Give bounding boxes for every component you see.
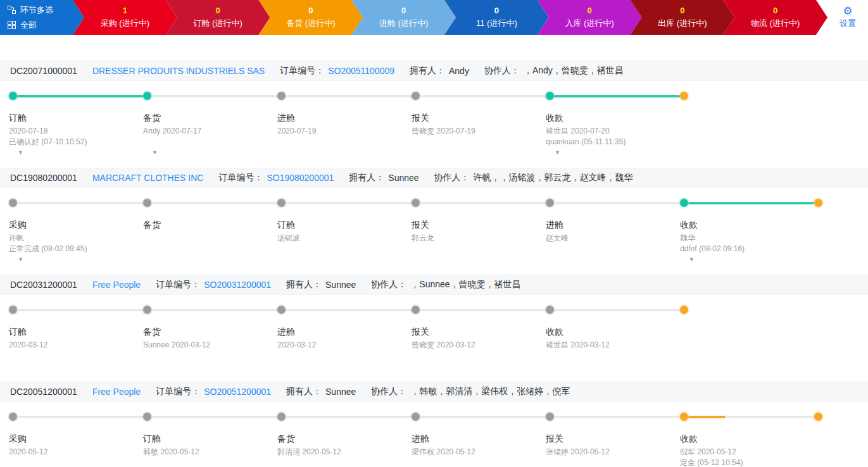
timeline-line [554, 309, 680, 311]
all-grid-icon [8, 21, 16, 29]
timeline-line [151, 416, 277, 418]
expand-toggle-icon[interactable]: ▼ [18, 150, 143, 156]
timeline-line [151, 309, 277, 311]
stage-detail: 梁伟权 2020-05-12 [412, 447, 546, 458]
stage-detail: 郭云龙 [412, 233, 546, 244]
order-header: DC19080200001MARCRAFT CLOTHES INC订单编号：SO… [0, 168, 868, 188]
timeline-dot [9, 92, 17, 100]
expand-toggle-icon[interactable]: ▼ [689, 257, 814, 263]
stage-label: 物流 (进行中) [751, 18, 800, 29]
owner-label: 拥有人： [410, 65, 445, 77]
company-link[interactable]: DRESSER PRODUITS INDUSTRIELS SAS [92, 66, 265, 76]
owner-group: 拥有人：Andy [410, 65, 469, 77]
stage-detail: 许帆 [9, 233, 143, 244]
stage-detail: 已确认好 (07-10 10:52) [9, 137, 143, 147]
timeline-line [554, 416, 680, 418]
stage-detail: 倪军 2020-05-12 [680, 447, 814, 458]
expand-toggle-icon[interactable]: ▼ [152, 150, 277, 156]
stage-detail: 2020-05-12 [9, 447, 143, 458]
order-no-link[interactable]: SO20031200001 [204, 280, 271, 290]
order-row: DC20071000001DRESSER PRODUITS INDUSTRIEL… [0, 61, 868, 168]
order-no-link[interactable]: SO20051200001 [204, 387, 271, 397]
stage-segment-7[interactable]: 0物流 (进行中) [723, 0, 827, 35]
collaborators-value: ，Andy，曾晓雯，褚世昌 [524, 65, 624, 77]
stage-all-label: 全部 [20, 20, 37, 31]
timeline-line [151, 95, 277, 97]
order-list: DC20071000001DRESSER PRODUITS INDUSTRIEL… [0, 61, 868, 467]
order-timeline: 采购2020-05-12订舱韩敏 2020-05-12备货郭清清 2020-05… [0, 402, 868, 467]
timeline-line [420, 202, 546, 204]
timeline-line [17, 416, 143, 418]
collaborators-label: 协作人： [371, 386, 406, 397]
stage-detail: 褚世昌 2020-03-12 [546, 340, 680, 351]
stage-detail: 正常完成 (08-02 09:45) [9, 244, 143, 254]
stage-name: 备货 [143, 220, 277, 231]
stage-count: 0 [588, 6, 592, 15]
company-link[interactable]: Free People [92, 280, 141, 290]
order-no-link[interactable]: SO20051100009 [328, 66, 394, 76]
stage-name: 订舱 [277, 220, 412, 231]
stage-detail: 定金 (05-12 10:54) [680, 458, 814, 467]
owner-label: 拥有人： [286, 386, 322, 397]
stage-segment-5[interactable]: 0入库 (进行中) [538, 0, 642, 35]
company-link[interactable]: Free People [92, 387, 141, 397]
stage-name: 订舱 [143, 433, 277, 445]
settings-button[interactable]: ⚙ 设置 [827, 0, 868, 35]
timeline-dot [9, 306, 17, 314]
order-no-group: 订单编号：SO20031200001 [156, 279, 271, 290]
stage-topbar: 环节多选 全部 1采购 (进行中)0订舱 (进行中)0备货 (进行中)0进舱 (… [0, 0, 868, 35]
expand-toggle-icon[interactable]: ▼ [18, 257, 143, 263]
stage-name: 收款 [546, 327, 680, 338]
stage-name: 备货 [277, 433, 412, 445]
stage-name: 进舱 [277, 113, 412, 124]
stage-segment-0[interactable]: 1采购 (进行中) [73, 0, 177, 35]
order-no-label: 订单编号： [280, 65, 324, 77]
stage-segment-2[interactable]: 0备货 (进行中) [259, 0, 363, 35]
timeline-dot [277, 92, 286, 100]
timeline-dot [143, 199, 151, 207]
timeline-dot [412, 306, 420, 314]
stage-name: 收款 [680, 433, 814, 445]
stage-detail: 曾晓雯 2020-03-12 [412, 340, 546, 351]
stage-count: 0 [216, 6, 220, 15]
timeline-dot [277, 306, 286, 314]
order-id: DC19080200001 [10, 173, 77, 183]
stage-name: 收款 [680, 220, 814, 231]
order-header: DC20051200001Free People订单编号：SO200512000… [0, 382, 868, 402]
timeline-end-dot [814, 199, 822, 207]
stage-multiselect[interactable]: 环节多选 [8, 4, 84, 16]
collaborators-label: 协作人： [434, 172, 470, 184]
stage-name: 报关 [412, 113, 546, 124]
timeline-node: 报关曾晓雯 2020-07-19 [412, 92, 546, 137]
stage-label: 订舱 (进行中) [193, 18, 242, 29]
stage-detail: 2020-07-18 [9, 126, 143, 137]
owner-label: 拥有人： [286, 279, 322, 290]
company-link[interactable]: MARCRAFT CLOTHES INC [92, 173, 204, 183]
timeline-dot [412, 92, 420, 100]
timeline-dot [680, 199, 688, 207]
timeline-line [286, 95, 412, 97]
order-timeline: 订舱2020-03-12备货Sunnee 2020-03-12进舱2020-03… [0, 295, 868, 382]
stage-all[interactable]: 全部 [8, 20, 84, 31]
stage-count: 0 [401, 6, 406, 15]
stage-segment-1[interactable]: 0订舱 (进行中) [166, 0, 270, 35]
expand-toggle-icon[interactable]: ▼ [555, 150, 680, 156]
order-no-link[interactable]: SO19080200001 [267, 173, 334, 183]
timeline-line [420, 309, 546, 311]
stage-name: 采购 [9, 433, 143, 445]
stage-segment-6[interactable]: 0出库 (进行中) [631, 0, 735, 35]
timeline-dot [143, 92, 151, 100]
stage-segment-4[interactable]: 011 (进行中) [444, 0, 549, 35]
timeline-node: 收款褚世昌 2020-03-12 [546, 306, 680, 351]
timeline-end-dot [680, 306, 688, 314]
stage-segment-3[interactable]: 0进舱 (进行中) [351, 0, 456, 35]
timeline-node: 备货郭清清 2020-05-12 [277, 413, 412, 458]
timeline-dot [277, 413, 286, 421]
timeline-line [554, 95, 680, 97]
stage-detail: 汤铭波 [277, 233, 412, 244]
collaborators-value: 许帆，，汤铭波，郭云龙，赵文峰，魏华 [474, 172, 633, 184]
stage-name: 报关 [546, 433, 680, 445]
timeline-node: 报关曾晓雯 2020-03-12 [412, 306, 546, 351]
stage-detail: 2020-07-19 [277, 126, 412, 137]
multiselect-icon [8, 6, 16, 14]
